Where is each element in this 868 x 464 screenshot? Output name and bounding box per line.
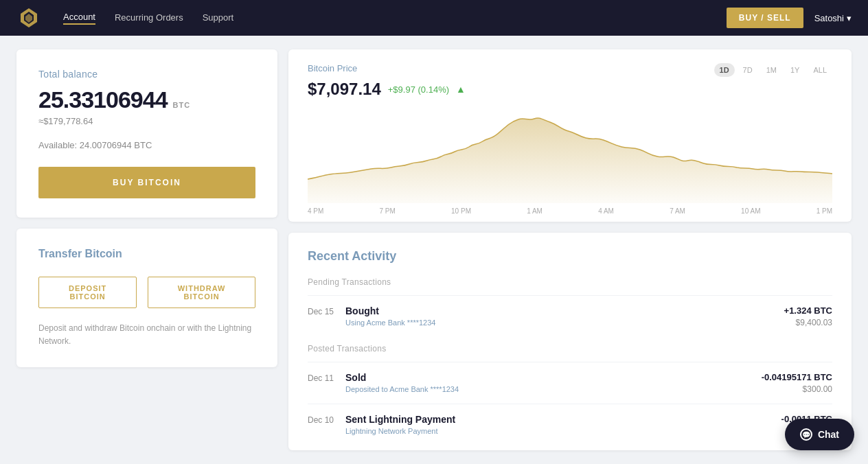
deposit-bitcoin-button[interactable]: DEPOSIT BITCOIN (38, 277, 137, 308)
pending-label: Pending Transactions (308, 277, 832, 287)
chat-icon: 💬 (800, 428, 812, 441)
price-header: Bitcoin Price 1D 7D 1M 1Y ALL (308, 63, 832, 77)
logo (16, 5, 41, 30)
balance-card: Total balance 25.33106944 BTC ≈$179,778.… (16, 49, 277, 218)
posted-label: Posted Transactions (308, 344, 832, 353)
header: Account Recurring Orders Support BUY / S… (0, 0, 868, 36)
chart-label-0: 4 PM (308, 207, 323, 215)
header-right: BUY / SELL Satoshi ▾ (727, 8, 852, 28)
buy-bitcoin-button[interactable]: BUY BITCOIN (38, 167, 255, 198)
user-menu[interactable]: Satoshi ▾ (814, 13, 852, 23)
tx-info-0: Bought Using Acme Bank ****1234 (345, 305, 784, 327)
btc-unit: BTC (173, 101, 191, 109)
time-filter-1d[interactable]: 1D (714, 63, 735, 77)
chart-x-labels: 4 PM 7 PM 10 PM 1 AM 4 AM 7 AM 10 AM 1 P… (308, 203, 832, 215)
balance-label: Total balance (38, 69, 255, 80)
price-row: $7,097.14 +$9.97 (0.14%) ▲ (308, 80, 832, 99)
price-card: Bitcoin Price 1D 7D 1M 1Y ALL $7,097.14 … (288, 49, 852, 222)
chat-button[interactable]: 💬 Chat (785, 419, 854, 450)
left-column: Total balance 25.33106944 BTC ≈$179,778.… (16, 49, 277, 450)
table-row: Dec 11 Sold Deposited to Acme Bank ****1… (308, 362, 832, 404)
balance-main: 25.33106944 BTC (38, 86, 255, 113)
time-filter-7d[interactable]: 7D (738, 63, 758, 77)
chart-label-1: 7 PM (380, 207, 396, 215)
price-change: +$9.97 (0.14%) (388, 84, 449, 95)
tx-info-1: Sold Deposited to Acme Bank ****1234 (345, 372, 762, 393)
buy-sell-button[interactable]: BUY / SELL (727, 8, 803, 28)
tx-amount-1: -0.04195171 BTC $300.00 (762, 372, 832, 394)
withdraw-bitcoin-button[interactable]: WITHDRAW BITCOIN (148, 277, 255, 308)
tx-type-1: Sold (345, 372, 762, 383)
main-content: Total balance 25.33106944 BTC ≈$179,778.… (0, 36, 868, 464)
tx-date-1: Dec 11 (308, 372, 345, 383)
chart-label-4: 4 AM (598, 207, 614, 215)
chart-label-7: 1 PM (816, 207, 832, 215)
activity-card: Recent Activity Pending Transactions Dec… (288, 233, 852, 450)
bitcoin-price: $7,097.14 (308, 80, 381, 99)
tx-sub-0: Using Acme Bank ****1234 (345, 318, 784, 327)
transfer-card: Transfer Bitcoin DEPOSIT BITCOIN WITHDRA… (16, 229, 277, 367)
tx-btc-0: +1.324 BTC (784, 305, 832, 316)
table-row: Dec 15 Bought Using Acme Bank ****1234 +… (308, 295, 832, 337)
time-filter-1m[interactable]: 1M (761, 63, 782, 77)
tx-usd-0: $9,400.03 (784, 318, 832, 327)
nav-support[interactable]: Support (203, 12, 234, 24)
chart-label-5: 7 AM (670, 207, 685, 215)
tx-usd-1: $300.00 (762, 384, 832, 394)
tx-sub-2: Lightning Network Payment (345, 427, 781, 435)
chart-label-6: 10 AM (741, 207, 760, 215)
tx-sub-1: Deposited to Acme Bank ****1234 (345, 385, 762, 393)
right-column: Bitcoin Price 1D 7D 1M 1Y ALL $7,097.14 … (288, 49, 852, 450)
btc-balance: 25.33106944 (38, 86, 168, 113)
nav-links: Account Recurring Orders Support (63, 12, 705, 25)
price-chart (308, 107, 832, 203)
time-filter-1y[interactable]: 1Y (785, 63, 805, 77)
available-balance: Available: 24.00706944 BTC (38, 140, 255, 150)
tx-type-2: Sent Lightning Payment (345, 414, 781, 425)
tx-type-0: Bought (345, 305, 784, 316)
table-row: Dec 10 Sent Lightning Payment Lightning … (308, 404, 832, 445)
nav-recurring-orders[interactable]: Recurring Orders (115, 12, 183, 24)
chart-label-3: 1 AM (527, 207, 542, 215)
user-name: Satoshi (814, 13, 844, 23)
tx-date-2: Dec 10 (308, 414, 345, 425)
tx-btc-1: -0.04195171 BTC (762, 372, 832, 382)
activity-title: Recent Activity (308, 249, 832, 264)
transfer-description: Deposit and withdraw Bitcoin onchain or … (38, 322, 255, 348)
time-filters: 1D 7D 1M 1Y ALL (714, 63, 832, 77)
tx-info-2: Sent Lightning Payment Lightning Network… (345, 414, 781, 435)
time-filter-all[interactable]: ALL (808, 63, 832, 77)
chat-label: Chat (818, 429, 839, 440)
nav-account[interactable]: Account (63, 12, 95, 25)
price-up-arrow-icon: ▲ (456, 84, 466, 95)
transfer-buttons: DEPOSIT BITCOIN WITHDRAW BITCOIN (38, 277, 255, 308)
chart-label-2: 10 PM (451, 207, 471, 215)
usd-balance: ≈$179,778.64 (38, 116, 255, 126)
transfer-title: Transfer Bitcoin (38, 248, 255, 260)
tx-amount-0: +1.324 BTC $9,400.03 (784, 305, 832, 327)
price-title: Bitcoin Price (308, 63, 357, 73)
chevron-down-icon: ▾ (847, 13, 852, 23)
tx-date-0: Dec 15 (308, 305, 345, 316)
